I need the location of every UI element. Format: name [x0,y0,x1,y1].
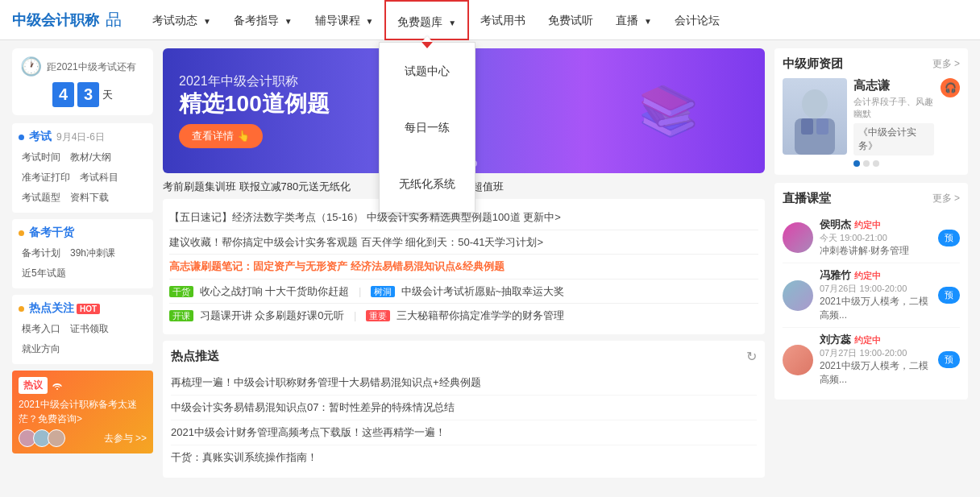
link-employment[interactable]: 就业方向 [19,341,64,358]
live-time: 今天 19:00-21:00 [820,232,932,244]
dropdown-item-question-center[interactable]: 试题中心 [380,43,475,99]
push-item[interactable]: 再梳理一遍！中级会计职称财务管理十大易错易混知识点+经典例题 [171,371,757,396]
push-item[interactable]: 干货：真账实训系统操作指南！ [171,445,757,470]
chevron-down-icon: ▼ [644,17,652,26]
banner-image: 📚 [588,48,749,173]
countdown-num2: 3 [77,82,99,107]
link-resources[interactable]: 资料下载 [67,189,112,206]
teacher-dot[interactable] [873,160,879,167]
hot-discussion-title: 热议 [19,377,147,394]
live-card: 直播课堂 更多 > 侯明杰 约定中 今天 19:00-21:00 冲刺卷讲解·财… [774,183,968,400]
countdown-num1: 4 [52,82,74,107]
teacher-tags: 会计界段子手、风趣幽默 [853,96,934,120]
clock-icon: 🕐 [20,56,42,77]
teacher-book: 《中级会计实务》 [853,123,934,155]
free-questions-dropdown: 试题中心 每日一练 无纸化系统 [379,42,475,213]
teacher-name: 高志谦 [853,78,934,93]
nav-live[interactable]: 直播 ▼ [604,0,663,40]
live-item: 侯明杰 约定中 今天 19:00-21:00 冲刺卷讲解·财务管理 预 [783,213,960,263]
subscribe-button[interactable]: 预 [938,287,960,304]
teacher-card: 高志谦 会计界段子手、风趣幽默 《中级会计实务》 🎧 [783,78,960,167]
right-sidebar: 中级师资团 更多 > 高志谦 [774,48,968,478]
live-teacher-name: 刘方蕊 约定中 [820,333,932,347]
link-certificate[interactable]: 证书领取 [67,321,112,338]
dropdown-item-daily-practice[interactable]: 每日一练 [380,99,475,155]
nav-prep-guide[interactable]: 备考指导 ▼ [222,0,304,40]
chevron-down-icon: ▼ [365,17,373,26]
refresh-icon[interactable]: ↻ [746,349,757,364]
live-time: 07月26日 19:00-20:00 [820,283,932,295]
content-item[interactable]: 开课 习题课开讲 众多刷题好课0元听 | 重要 三大秘籍帮你搞定准学学的财务管理 [169,304,758,328]
exam-links: 考试时间 教材/大纲 准考证打印 考试科目 考试题型 资料下载 [19,149,147,206]
teacher-avatar-image [787,86,843,155]
hot-push-title: 热点推送 [171,349,219,364]
teacher-info: 高志谦 会计界段子手、风趣幽默 《中级会计实务》 [853,78,934,167]
content-item[interactable]: 干货 收心之战打响 十大干货助你赶超 | 树洞 中级会计考试祈愿贴~抽取幸运大奖 [169,280,758,304]
live-avatar [783,345,813,375]
countdown-unit: 天 [102,88,113,102]
link-textbook[interactable]: 教材/大纲 [67,149,114,166]
link-question-types[interactable]: 考试题型 [19,189,64,206]
nav-exam-books[interactable]: 考试用书 [469,0,537,40]
live-teacher-name: 侯明杰 约定中 [820,217,932,232]
main-content: 🕐 距2021中级考试还有 4 3 天 考试 9月4日-6日 考试时间 教材/大… [0,40,980,486]
tag-shudong: 树洞 [371,286,395,297]
teacher-dot[interactable] [853,160,860,167]
link-prep-plan[interactable]: 备考计划 [19,245,64,262]
subscribe-button[interactable]: 预 [938,230,960,246]
countdown-numbers: 4 3 天 [20,82,145,107]
logo-icon: 品 [106,9,122,31]
participant-avatars [19,429,62,447]
push-item[interactable]: 中级会计实务易错易混知识点07：暂时性差异的特殊情况总结 [171,396,757,420]
promo-text1[interactable]: 考前刷题集训班 联报立减780元送无纸化 [163,180,351,193]
content-item-highlight[interactable]: 高志谦刷题笔记：固定资产与无形资产 经济法易错易混知识点&经典例题 [169,255,758,280]
nav-free-questions[interactable]: 免费题库 ▼ 试题中心 每日一练 无纸化系统 [384,0,469,40]
dropdown-item-paperless[interactable]: 无纸化系统 [380,155,475,212]
dot-icon [19,306,24,312]
header: 中级会计职称 品 考试动态 ▼ 备考指导 ▼ 辅导课程 ▼ 免费题库 ▼ 试题中… [0,0,980,40]
tag-zhongyao: 重要 [366,310,390,321]
live-card-title: 直播课堂 [783,191,831,206]
svg-rect-1 [795,118,835,155]
teacher-slide-dots [853,160,934,167]
link-mock-exam[interactable]: 模考入口 [19,321,64,338]
link-admission[interactable]: 准考证打印 [19,169,73,186]
teacher-photo [783,78,847,155]
live-item: 刘方蕊 约定中 07月27日 19:00-20:00 2021中级万人模考，二模… [783,328,960,391]
subscribe-button[interactable]: 预 [938,351,960,368]
live-more-link[interactable]: 更多 > [932,192,960,205]
live-status: 约定中 [854,219,881,231]
live-info: 冯雅竹 约定中 07月26日 19:00-20:00 2021中级万人模考，二模… [820,268,932,322]
teacher-dot[interactable] [863,160,870,167]
live-course: 2021中级万人模考，二模高频... [820,359,932,387]
dot-icon [19,230,24,236]
countdown-header: 🕐 距2021中级考试还有 [20,56,145,77]
content-item[interactable]: 建议收藏！帮你搞定中级会计实务客观题 百天伴学 细化到天：50-41天学习计划> [169,230,758,255]
push-item[interactable]: 2021中级会计财务管理高频考点下载版！这些再精学一遍！ [171,420,757,445]
live-avatar [783,222,813,253]
nav-courses[interactable]: 辅导课程 ▼ [304,0,385,40]
live-info: 刘方蕊 约定中 07月27日 19:00-20:00 2021中级万人模考，二模… [820,333,932,387]
live-status: 约定中 [854,334,881,346]
link-past-exams[interactable]: 近5年试题 [19,265,69,282]
link-exam-time[interactable]: 考试时间 [19,149,64,166]
hot-discussion-box: 热议 2021中级会计职称备考太迷茫？免费咨询> 去参与 >> [12,371,153,454]
headphone-icon[interactable]: 🎧 [941,78,960,97]
nav-forum[interactable]: 会计论坛 [663,0,731,40]
nav-free-trial[interactable]: 免费试听 [537,0,604,40]
teachers-card: 中级师资团 更多 > 高志谦 [774,48,968,175]
tag-ganghuo: 干货 [169,286,193,297]
banner-cta-button[interactable]: 查看详情 👆 [179,124,263,148]
banner-year: 2021年中级会计职称 [179,73,330,90]
teachers-more-link[interactable]: 更多 > [932,57,960,71]
hot-focus-section: 热点关注 HOT 模考入口 证书领取 就业方向 [12,295,153,364]
nav-exam-news[interactable]: 考试动态 ▼ [141,0,222,40]
chevron-down-icon: ▼ [284,17,293,26]
dot-icon [19,135,24,140]
hot-badge: 热议 [19,377,48,394]
link-sprint-course[interactable]: 39h冲刺课 [67,245,118,262]
content-list: 【五日速记】经济法数字类考点（15-16） 中级会计实务精选典型例题100道 更… [163,199,765,334]
tag-kaike: 开课 [169,310,193,321]
link-subjects[interactable]: 考试科目 [77,169,122,186]
hot-focus-links: 模考入口 证书领取 就业方向 [19,321,147,358]
